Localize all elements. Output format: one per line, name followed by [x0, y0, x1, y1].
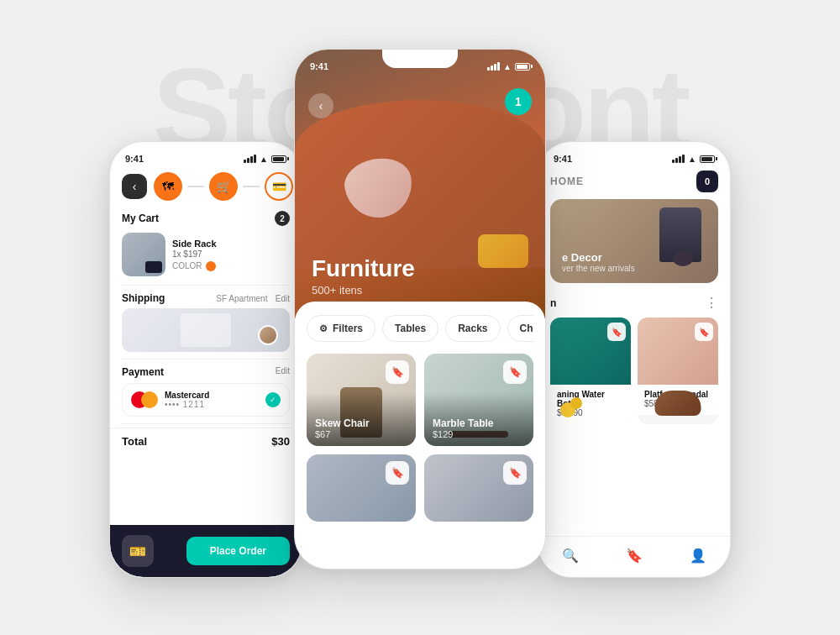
notch-right — [605, 142, 664, 157]
status-icons-center: ▲ — [487, 62, 530, 71]
filter-chip-tables[interactable]: Tables — [382, 315, 438, 342]
more-label: Ch... — [520, 323, 533, 334]
bookmark-table[interactable]: 🔖 — [503, 360, 527, 384]
step-line — [187, 186, 204, 187]
phone-furniture: 9:41 ▲ ‹ 1 Furniture 500+ itens — [294, 49, 546, 569]
right-products-grid: 🔖 aning Water Bottle $58.90 🔖 Platform S… — [538, 318, 730, 424]
bookmark-bottom2[interactable]: 🔖 — [503, 461, 527, 485]
hero-title-area: Furniture 500+ itens — [312, 255, 415, 297]
step-indicators: 🗺 🛒 💳 — [154, 172, 293, 201]
step-card-icon: 💳 — [265, 172, 293, 201]
product-name-chair: Skew Chair — [315, 417, 407, 429]
shipping-address: SF Apartment — [216, 294, 267, 303]
battery-right — [700, 155, 715, 163]
cart-section-label: My Cart 2 — [110, 207, 302, 228]
payment-card: Mastercard •••• 1211 ✓ — [122, 383, 290, 417]
bookmark-sandal[interactable]: 🔖 — [695, 323, 713, 341]
cart-coupon-btn[interactable]: 🎫 — [122, 535, 154, 567]
bookmark-bottom1[interactable]: 🔖 — [386, 461, 409, 485]
filter-chip-label: Filters — [333, 323, 363, 334]
shipping-label-text: Shipping — [122, 292, 165, 304]
color-dot — [206, 261, 216, 271]
right-product-card-sandal[interactable]: 🔖 Platform Sandal $58.90 — [638, 318, 718, 424]
phone-home: 9:41 ▲ HOME 0 e Decor ver the ne — [538, 141, 731, 578]
status-icons-right: ▲ — [672, 155, 715, 164]
total-label: Total — [122, 435, 147, 448]
product-overlay-chair: Skew Chair $67 — [307, 392, 416, 446]
home-label: HOME — [550, 176, 584, 187]
total-value: $30 — [271, 435, 290, 448]
time-left: 9:41 — [125, 154, 144, 164]
shipping-label: Shipping SF Apartment Edit — [122, 292, 290, 304]
divider1 — [122, 285, 290, 286]
furniture-hero: ‹ 1 Furniture 500+ itens — [295, 50, 545, 318]
hero-cart-badge[interactable]: 1 — [505, 88, 532, 115]
right-product-img-sandal: 🔖 — [638, 318, 718, 385]
products-grid: 🔖 Skew Chair $67 🔖 Marble Table $129 — [307, 354, 533, 522]
product-overlay-table: Marble Table $129 — [424, 392, 533, 446]
product-name-table: Marble Table — [433, 417, 525, 429]
sandal-shape — [655, 391, 701, 416]
cart-item: Side Rack 1x $197 COLOR — [110, 228, 302, 281]
right-product-img-bottle: 🔖 — [550, 318, 631, 385]
total-row: Total $30 — [110, 428, 302, 453]
nav-search-icon[interactable]: 🔍 — [560, 545, 580, 565]
cart-footer: 🎫 Place Order — [110, 525, 302, 577]
payment-label: Payment Edit — [122, 366, 290, 378]
right-product-card-bottle[interactable]: 🔖 aning Water Bottle $58.90 — [550, 318, 631, 424]
signal-center — [487, 62, 500, 71]
product-card-chair[interactable]: 🔖 Skew Chair $67 — [307, 354, 416, 446]
nav-bookmark-icon[interactable]: 🔖 — [624, 545, 644, 565]
filter-chip-more[interactable]: Ch... — [507, 315, 533, 342]
center-content: ⚙ Filters Tables Racks Ch... 🔖 — [295, 302, 545, 522]
place-order-button[interactable]: Place Order — [186, 537, 290, 565]
filter-chip-filters[interactable]: ⚙ Filters — [307, 315, 375, 342]
step-line2 — [243, 186, 260, 187]
featured-banner[interactable]: e Decor ver the new arrivals — [550, 199, 718, 283]
back-button[interactable]: ‹ — [122, 174, 147, 199]
payment-label-text: Payment — [122, 366, 164, 378]
card-name: Mastercard — [165, 391, 259, 400]
cart-count: 2 — [275, 211, 290, 226]
step-active: 🛒 — [209, 172, 238, 201]
cart-header: ‹ 🗺 🛒 💳 — [110, 167, 302, 207]
battery-center — [515, 63, 530, 71]
phones-container: 9:41 ▲ ‹ 🗺 🛒 💳 My — [92, 32, 748, 603]
signal-right — [672, 155, 685, 163]
cart-item-name: Side Rack — [172, 239, 290, 249]
status-bar-center: 9:41 ▲ — [295, 50, 545, 75]
product-price-table: $129 — [433, 429, 525, 439]
card-dots: •••• 1211 — [165, 400, 259, 409]
shipping-edit[interactable]: Edit — [276, 294, 290, 303]
more-options-icon[interactable]: ⋮ — [705, 295, 718, 311]
banner-title: e Decor — [562, 251, 635, 264]
banner-text: e Decor ver the new arrivals — [562, 251, 635, 273]
card-check-icon: ✓ — [265, 392, 281, 407]
hero-back-btn[interactable]: ‹ — [308, 93, 333, 118]
cart-item-info: Side Rack 1x $197 COLOR — [172, 239, 290, 271]
right-cart-badge[interactable]: 0 — [696, 171, 718, 192]
map-avatar — [258, 325, 278, 345]
bookmark-chair[interactable]: 🔖 — [386, 360, 409, 384]
hero-yellow-accent — [478, 234, 528, 268]
divider2 — [122, 359, 290, 359]
map-preview — [122, 308, 290, 352]
mastercard-icon — [131, 391, 158, 408]
wifi-left: ▲ — [260, 155, 268, 164]
filter-chip-racks[interactable]: Racks — [445, 315, 500, 342]
wifi-right: ▲ — [688, 155, 696, 164]
banner-accent — [673, 251, 693, 266]
bookmark-bottle[interactable]: 🔖 — [607, 323, 626, 341]
payment-edit[interactable]: Edit — [276, 366, 290, 378]
banner-subtitle: ver the new arrivals — [562, 264, 635, 273]
nav-profile-icon[interactable]: 👤 — [688, 545, 708, 565]
product-card-bottom2[interactable]: 🔖 — [424, 454, 533, 522]
product-price-chair: $67 — [315, 429, 407, 439]
product-card-table[interactable]: 🔖 Marble Table $129 — [424, 354, 533, 446]
racks-label: Racks — [458, 323, 487, 334]
product-card-bottom1[interactable]: 🔖 — [307, 454, 416, 522]
hero-title: Furniture — [312, 255, 415, 282]
divider3 — [122, 423, 290, 424]
mc-orange-circle — [141, 391, 158, 408]
lemon2 — [570, 397, 582, 409]
